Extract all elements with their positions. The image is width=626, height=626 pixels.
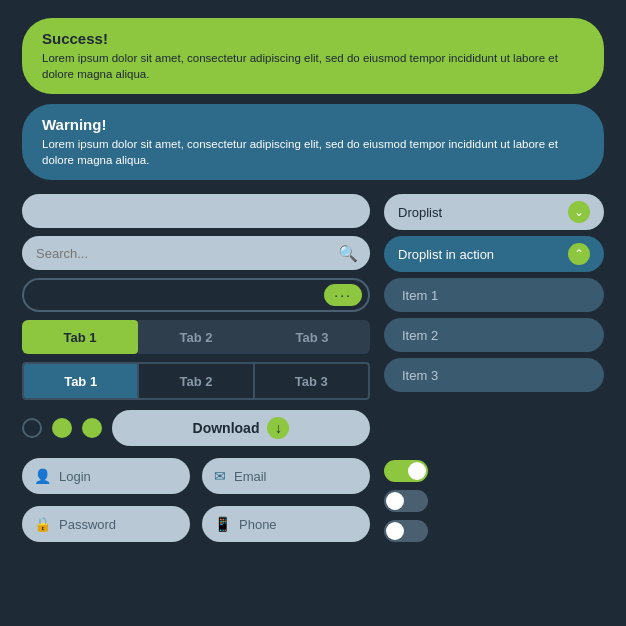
email-input[interactable] [234, 469, 358, 484]
droplist-item-3[interactable]: Item 3 [384, 358, 604, 392]
radio-filled[interactable] [52, 418, 72, 438]
success-alert: Success! Lorem ipsum dolor sit amet, con… [22, 18, 604, 94]
droplist-item-1[interactable]: Item 1 [384, 278, 604, 312]
tab1-btn-green[interactable]: Tab 1 [22, 320, 138, 354]
empty-input[interactable] [22, 194, 370, 228]
tab1-btn-blue[interactable]: Tab 1 [24, 364, 139, 398]
tab3-btn-2[interactable]: Tab 3 [255, 364, 368, 398]
radio-filled-2[interactable] [82, 418, 102, 438]
form-row-1: 👤 ✉ [22, 458, 370, 494]
toggles-column [384, 460, 604, 542]
droplist-active-label: Droplist in action [398, 247, 494, 262]
download-label: Download [193, 420, 260, 436]
droplist-label: Droplist [398, 205, 442, 220]
warning-title: Warning! [42, 116, 584, 133]
email-icon: ✉ [214, 468, 226, 484]
droplist-item-2[interactable]: Item 2 [384, 318, 604, 352]
toggle-off-1[interactable] [384, 490, 428, 512]
password-field: 🔒 [22, 506, 190, 542]
outlined-input-wrapper: ··· [22, 278, 370, 312]
toggle-knob-off-2 [386, 522, 404, 540]
toggle-knob-off-1 [386, 492, 404, 510]
radio-empty-1[interactable] [22, 418, 42, 438]
toggle-on[interactable] [384, 460, 428, 482]
phone-input[interactable] [239, 517, 358, 532]
password-input[interactable] [59, 517, 178, 532]
phone-icon: 📱 [214, 516, 231, 532]
droplist-active[interactable]: Droplist in action ⌃ [384, 236, 604, 272]
tab3-btn-1[interactable]: Tab 3 [254, 320, 370, 354]
form-row-2: 🔒 📱 [22, 506, 370, 542]
chevron-up-icon: ⌃ [568, 243, 590, 265]
login-input[interactable] [59, 469, 178, 484]
success-text: Lorem ipsum dolor sit amet, consectetur … [42, 50, 584, 82]
download-button[interactable]: Download ↓ [112, 410, 370, 446]
download-arrow-icon: ↓ [267, 417, 289, 439]
chevron-down-icon: ⌄ [568, 201, 590, 223]
toggle-off-2[interactable] [384, 520, 428, 542]
search-icon: 🔍 [338, 244, 358, 263]
lock-icon: 🔒 [34, 516, 51, 532]
tab2-btn-1[interactable]: Tab 2 [138, 320, 254, 354]
tabs-row-2: Tab 1 Tab 2 Tab 3 [22, 362, 370, 400]
empty-input-wrapper [22, 194, 370, 228]
email-field: ✉ [202, 458, 370, 494]
warning-alert: Warning! Lorem ipsum dolor sit amet, con… [22, 104, 604, 180]
tab2-btn-2[interactable]: Tab 2 [139, 364, 254, 398]
dots-button[interactable]: ··· [324, 284, 362, 306]
login-field: 👤 [22, 458, 190, 494]
droplist-closed[interactable]: Droplist ⌄ [384, 194, 604, 230]
search-input[interactable] [22, 236, 370, 270]
warning-text: Lorem ipsum dolor sit amet, consectetur … [42, 136, 584, 168]
outlined-input[interactable] [22, 278, 370, 312]
user-icon: 👤 [34, 468, 51, 484]
phone-field: 📱 [202, 506, 370, 542]
tabs-row-1: Tab 1 Tab 2 Tab 3 [22, 320, 370, 354]
toggle-knob-on [408, 462, 426, 480]
search-input-wrapper: 🔍 [22, 236, 370, 270]
success-title: Success! [42, 30, 584, 47]
download-row: Download ↓ [22, 410, 370, 446]
